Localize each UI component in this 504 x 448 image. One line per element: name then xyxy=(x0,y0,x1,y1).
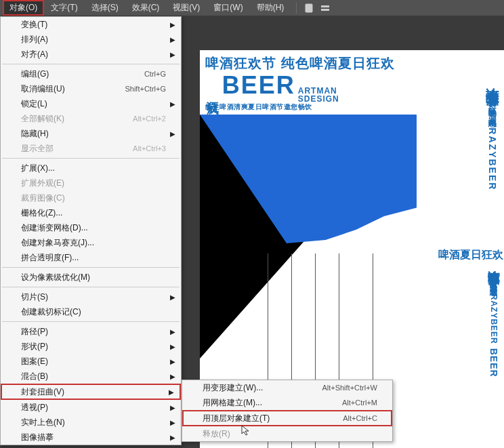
submenu-item[interactable]: 用网格建立(M)...Alt+Ctrl+M xyxy=(182,395,392,410)
submenu-arrow-icon: ▶ xyxy=(170,434,175,441)
submenu-item-label: 释放(R) xyxy=(203,428,377,440)
menu-shortcut: Alt+Shift+Ctrl+W xyxy=(322,384,377,392)
menu-item-label: 扩展外观(E) xyxy=(21,178,166,189)
doc-setup-icon[interactable] xyxy=(302,3,316,14)
menu-separator xyxy=(2,267,180,268)
menu-item[interactable]: 取消编组(U)Shift+Ctrl+G xyxy=(1,81,181,96)
menu-item-label: 隐藏(H) xyxy=(21,128,166,140)
menu-effect[interactable]: 效果(C) xyxy=(125,0,167,16)
submenu-item-label: 用顶层对象建立(T) xyxy=(203,413,343,424)
menu-item-label: 取消编组(U) xyxy=(21,83,125,95)
menu-item[interactable]: 形状(P)▶ xyxy=(1,339,181,354)
menu-shortcut: Ctrl+G xyxy=(144,70,166,78)
menu-item-label: 创建裁切标记(C) xyxy=(21,306,166,318)
menu-item-label: 扩展(X)... xyxy=(21,163,166,174)
cursor-icon xyxy=(240,425,251,438)
menu-item-label: 图案(E) xyxy=(21,356,166,367)
menu-item: 扩展外观(E) xyxy=(1,176,181,190)
menu-separator xyxy=(2,321,180,322)
submenu-arrow-icon: ▶ xyxy=(170,419,175,426)
menu-item[interactable]: 编组(G)Ctrl+G xyxy=(1,66,181,81)
menu-item-label: 封套扭曲(V) xyxy=(21,386,166,398)
menu-item: 裁剪图像(C) xyxy=(1,190,181,205)
submenu-item-label: 用网格建立(M)... xyxy=(203,397,342,409)
menu-window[interactable]: 窗口(W) xyxy=(207,0,249,16)
menu-item[interactable]: 切片(S)▶ xyxy=(1,289,181,304)
menu-shortcut: Alt+Ctrl+2 xyxy=(133,115,166,123)
menu-item[interactable]: 路径(P)▶ xyxy=(1,324,181,339)
envelope-distort-submenu: 用变形建立(W)...Alt+Shift+Ctrl+W用网格建立(M)...Al… xyxy=(182,380,393,442)
menu-item[interactable]: 拼合透明度(F)... xyxy=(1,250,181,265)
menu-item-label: 编组(G) xyxy=(21,68,144,80)
menu-object[interactable]: 对象(O) xyxy=(3,0,44,16)
menu-item[interactable]: 创建渐变网格(D)... xyxy=(1,220,181,235)
menu-item-label: 切片(S) xyxy=(21,291,166,303)
menu-item-label: 透视(P) xyxy=(21,402,166,413)
menu-item-label: 混合(B) xyxy=(21,371,166,382)
menubar: 对象(O) 文字(T) 选择(S) 效果(C) 视图(V) 窗口(W) 帮助(H… xyxy=(0,0,504,16)
menu-text[interactable]: 文字(T) xyxy=(44,0,84,16)
menu-item[interactable]: 图像描摹▶ xyxy=(1,430,181,445)
menu-separator xyxy=(2,64,180,64)
menu-item[interactable]: 扩展(X)... xyxy=(1,161,181,176)
menu-view[interactable]: 视图(V) xyxy=(166,0,207,16)
beer-text: BEER xyxy=(222,71,295,99)
sec-title: 啤酒夏日狂欢 xyxy=(438,248,503,262)
menu-item-label: 拼合透明度(F)... xyxy=(21,252,166,264)
submenu-arrow-icon: ▶ xyxy=(170,328,175,335)
vertical-text-1: 冰爽啤酒节 冰爽夏日 疯狂啤酒 邀您喝 CRAZYBEER xyxy=(483,77,502,190)
menu-item-label: 路径(P) xyxy=(21,326,166,338)
submenu-arrow-icon: ▶ xyxy=(170,343,175,350)
toolbar-divider xyxy=(296,3,297,14)
menu-item: 全部解锁(K)Alt+Ctrl+2 xyxy=(1,111,181,126)
menu-select[interactable]: 选择(S) xyxy=(85,0,125,16)
poster-subtitle: 纯生啤酒清爽夏日啤酒节邀您畅饮 xyxy=(205,103,499,111)
menu-shortcut: Alt+Ctrl+C xyxy=(343,414,377,422)
submenu-arrow-icon: ▶ xyxy=(170,100,175,108)
submenu-arrow-icon: ▶ xyxy=(170,51,175,58)
object-menu-dropdown: 变换(T)▶排列(A)▶对齐(A)▶编组(G)Ctrl+G取消编组(U)Shif… xyxy=(0,16,182,445)
menu-item-label: 创建对象马赛克(J)... xyxy=(21,237,166,249)
submenu-item-label: 用变形建立(W)... xyxy=(203,382,322,394)
menu-item[interactable]: 图案(E)▶ xyxy=(1,354,181,369)
submenu-arrow-icon: ▶ xyxy=(170,293,175,301)
submenu-arrow-icon: ▶ xyxy=(170,36,175,43)
menu-item[interactable]: 变换(T)▶ xyxy=(1,17,181,32)
menu-item[interactable]: 实时上色(N)▶ xyxy=(1,415,181,430)
menu-item[interactable]: 栅格化(Z)... xyxy=(1,205,181,220)
submenu-arrow-icon: ▶ xyxy=(170,404,175,411)
menu-shortcut: Alt+Ctrl+3 xyxy=(133,144,166,152)
menu-item[interactable]: 创建对象马赛克(J)... xyxy=(1,235,181,250)
submenu-item[interactable]: 用顶层对象建立(T)Alt+Ctrl+C xyxy=(182,410,392,426)
menu-item-label: 创建渐变网格(D)... xyxy=(21,222,166,234)
menu-help[interactable]: 帮助(H) xyxy=(250,0,291,16)
menu-item-label: 全部解锁(K) xyxy=(21,113,133,125)
menu-separator xyxy=(2,158,180,159)
submenu-item: 释放(R) xyxy=(182,426,392,441)
submenu-arrow-icon: ▶ xyxy=(170,21,175,28)
menu-item-label: 设为像素级优化(M) xyxy=(21,272,166,283)
svg-rect-3 xyxy=(321,5,329,7)
menu-item-label: 栅格化(Z)... xyxy=(21,207,166,219)
preferences-icon[interactable] xyxy=(318,3,332,14)
menu-item-label: 对齐(A) xyxy=(21,49,166,60)
menu-item: 显示全部Alt+Ctrl+3 xyxy=(1,141,181,156)
menu-item[interactable]: 排列(A)▶ xyxy=(1,32,181,47)
menu-item-label: 显示全部 xyxy=(21,143,133,155)
menu-separator xyxy=(2,287,180,287)
submenu-arrow-icon: ▶ xyxy=(170,358,175,365)
menu-item[interactable]: 混合(B)▶ xyxy=(1,369,181,384)
menu-item[interactable]: 透视(P)▶ xyxy=(1,400,181,415)
menu-item-label: 形状(P) xyxy=(21,341,166,352)
submenu-arrow-icon: ▶ xyxy=(170,373,175,380)
menu-shortcut: Alt+Ctrl+M xyxy=(342,399,377,407)
menu-item[interactable]: 锁定(L)▶ xyxy=(1,96,181,111)
menu-item[interactable]: 对齐(A)▶ xyxy=(1,47,181,62)
menu-item[interactable]: 设为像素级优化(M) xyxy=(1,270,181,285)
menu-item[interactable]: 封套扭曲(V)▶ xyxy=(1,384,181,400)
menu-item-label: 裁剪图像(C) xyxy=(21,192,166,204)
svg-rect-4 xyxy=(321,9,329,11)
submenu-item[interactable]: 用变形建立(W)...Alt+Shift+Ctrl+W xyxy=(182,380,392,395)
menu-item[interactable]: 隐藏(H)▶ xyxy=(1,126,181,141)
menu-item[interactable]: 创建裁切标记(C) xyxy=(1,304,181,319)
